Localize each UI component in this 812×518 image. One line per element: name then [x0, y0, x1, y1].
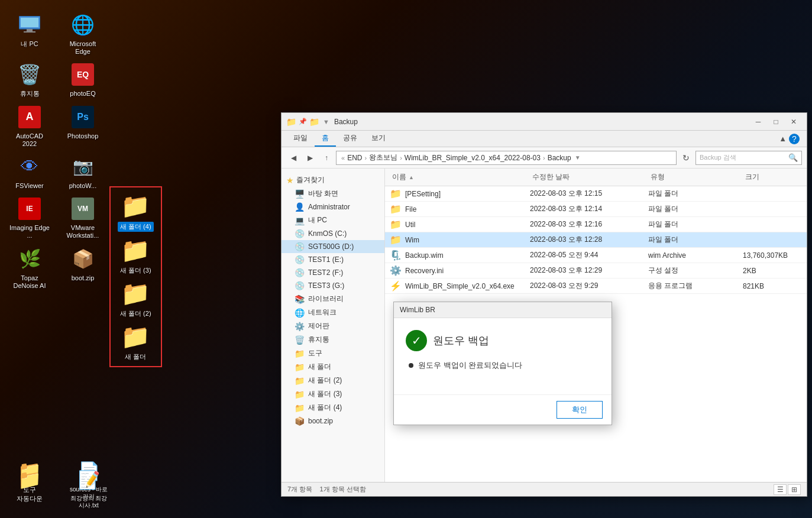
shield-check-icon: ✓: [406, 330, 427, 351]
desktop-icon-photow[interactable]: 📷 photoW...: [62, 154, 103, 190]
address-path[interactable]: « END › 왕초보님 › WimLib_BR_Simple_v2.0_x64…: [336, 151, 677, 165]
tab-home[interactable]: 홈: [315, 131, 336, 147]
nav-item-new3[interactable]: 📁 새 폴더 (3): [282, 387, 384, 401]
folder-item-2[interactable]: 📁 새 폴더 (2): [120, 280, 151, 318]
search-icon: 🔍: [788, 153, 798, 162]
col-date[interactable]: 수정한 날짜: [530, 171, 648, 183]
drive-c-icon: 💿: [295, 229, 305, 238]
nav-item-network[interactable]: 🌐 네트워크: [282, 306, 384, 319]
desktop-icon-autocad[interactable]: A AutoCAD 2022: [9, 104, 50, 148]
pin-icon: 📌: [299, 118, 307, 125]
desktop-icon-photoshop[interactable]: Ps Photoshop: [62, 104, 103, 148]
nav-item-f[interactable]: 💿 TEST2 (F:): [282, 266, 384, 279]
desktop-icon-fsviewer[interactable]: 👁 FSViewer: [9, 154, 50, 190]
file-row-wimlib-exe[interactable]: ⚡ WimLib_BR_Simple_v2.0_x64.exe 2022-08-…: [385, 279, 807, 294]
nav-item-g[interactable]: 💿 TEST3 (G:): [282, 279, 384, 292]
desktop-icon-boot-zip[interactable]: 📦 boot.zip: [62, 246, 103, 290]
svg-rect-3: [24, 31, 35, 33]
nav-item-c[interactable]: 💿 KnmOS (C:): [282, 227, 384, 240]
desktop-icon-imaging[interactable]: IE Imaging Edge ...: [9, 196, 50, 239]
nav-item-e[interactable]: 💿 TEST1 (E:): [282, 253, 384, 266]
folder-item-new[interactable]: 📁 새 폴더: [121, 323, 150, 361]
nav-item-new4[interactable]: 📁 새 폴더 (4): [282, 401, 384, 415]
folder-icon: 📁: [390, 219, 402, 230]
search-box[interactable]: Backup 검색 🔍: [695, 151, 802, 165]
folder-item-3[interactable]: 📁 새 폴더 (3): [120, 237, 151, 275]
forward-button[interactable]: ▶: [303, 151, 317, 165]
wimlib-dialog: WimLib BR ✓ 원도우 백업 원도우 백업이 완료되었습니다 확인: [393, 302, 612, 425]
boot-zip-nav-icon: 📦: [295, 416, 305, 426]
nav-favorites[interactable]: ★ 즐겨찾기: [282, 173, 384, 187]
col-type[interactable]: 유형: [648, 171, 743, 183]
file-row-pesetting[interactable]: 📁 [PESetting] 2022-08-03 오후 12:15 파일 폴더: [385, 186, 807, 202]
nav-item-new2[interactable]: 📁 새 폴더 (2): [282, 374, 384, 387]
folder-icon: 📁: [390, 234, 402, 245]
desktop-icon-choi-txt[interactable]: 📝 최강영의 최강시사.txt: [68, 467, 109, 509]
desktop-icon-topaz[interactable]: 🌿 Topaz DeNoise AI: [9, 246, 50, 290]
tab-file[interactable]: 파일: [286, 131, 315, 147]
back-button[interactable]: ◀: [286, 151, 300, 165]
nav-item-tool[interactable]: 📁 도구: [282, 347, 384, 360]
drive-g-icon: 💿: [295, 281, 305, 290]
file-row-recovery-ini[interactable]: ⚙️ Recovery.ini 2022-08-03 오후 12:29 구성 설…: [385, 263, 807, 279]
nav-item-recycle[interactable]: 🗑️ 휴지통: [282, 333, 384, 347]
maximize-button[interactable]: □: [768, 115, 784, 128]
svg-rect-2: [27, 29, 33, 31]
confirm-button[interactable]: 확인: [557, 401, 603, 419]
col-name[interactable]: 이름 ▲: [390, 171, 530, 183]
desktop-icon-mypc[interactable]: 내 PC: [9, 12, 50, 56]
folder-icon: 📁: [390, 188, 402, 199]
admin-nav-icon: 👤: [295, 202, 305, 212]
library-nav-icon: 📚: [295, 294, 305, 304]
desktop-icon-photoeq[interactable]: EQ photoEQ: [62, 61, 103, 98]
nav-item-admin[interactable]: 👤 Administrator: [282, 200, 384, 213]
new-folder-2-nav-icon: 📁: [295, 376, 305, 386]
desktop-icon-jadongun[interactable]: 📁 자동다운: [9, 467, 50, 509]
dialog-body: ✓ 원도우 백업 원도우 백업이 완료되었습니다: [394, 318, 612, 394]
dialog-heading: ✓ 원도우 백업: [406, 330, 600, 351]
refresh-button[interactable]: ↻: [679, 151, 693, 165]
drive-e-icon: 💿: [295, 255, 305, 264]
nav-item-d[interactable]: 💿 SGT500G (D:): [282, 240, 384, 253]
new-folder-3-nav-icon: 📁: [295, 390, 305, 399]
folder-icon: 📁: [121, 237, 150, 264]
address-bar: ◀ ▶ ↑ « END › 왕초보님 › WimLib_BR_Simple_v2…: [282, 147, 807, 169]
svg-rect-1: [21, 18, 38, 27]
minimize-button[interactable]: ─: [750, 115, 766, 128]
nav-item-desktop[interactable]: 🖥️ 바탕 화면: [282, 187, 384, 200]
new-folder-nav-icon: 📁: [295, 362, 305, 372]
ribbon-expand-icon[interactable]: ▲: [779, 134, 787, 143]
file-row-file[interactable]: 📁 File 2022-08-03 오후 12:14 파일 폴더: [385, 202, 807, 217]
col-size[interactable]: 크기: [743, 171, 802, 183]
nav-item-mypc[interactable]: 💻 내 PC: [282, 213, 384, 227]
nav-item-boot-zip[interactable]: 📦 boot.zip: [282, 415, 384, 428]
desktop-icon-recycle[interactable]: 🗑️ 휴지통: [9, 61, 50, 98]
nav-item-new1[interactable]: 📁 새 폴더: [282, 360, 384, 374]
grid-view-button[interactable]: ⊞: [788, 484, 801, 495]
status-bar: 7개 항목 1개 항목 선택함 ☰ ⊞: [282, 482, 807, 496]
folder-item-4[interactable]: 📁 새 폴더 (4): [118, 192, 154, 232]
list-view-button[interactable]: ☰: [774, 484, 787, 495]
close-button[interactable]: ✕: [785, 115, 802, 128]
folder-label: 새 폴더 (2): [120, 309, 151, 318]
nav-item-library[interactable]: 📚 라이브러리: [282, 292, 384, 306]
recycle-nav-icon: 🗑️: [295, 335, 305, 345]
help-icon[interactable]: ?: [789, 134, 800, 144]
nav-item-control[interactable]: ⚙️ 제어판: [282, 319, 384, 333]
folder-label: 새 폴더 (3): [120, 266, 151, 275]
desktop-nav-icon: 🖥️: [295, 189, 305, 199]
desktop-icon-edge[interactable]: 🌐 Microsoft Edge: [62, 12, 103, 56]
tab-share[interactable]: 공유: [336, 131, 364, 147]
view-toggle: ☰ ⊞: [774, 484, 801, 495]
dialog-message: 원도우 백업이 완료되었습니다: [406, 360, 600, 371]
desktop-icon-vmware[interactable]: VM VMware Workstati...: [62, 196, 103, 239]
wim-file-icon: 🗜️: [390, 250, 402, 261]
up-button[interactable]: ↑: [319, 151, 334, 165]
file-row-wim[interactable]: 📁 Wim 2022-08-03 오후 12:28 파일 폴더: [385, 232, 807, 248]
file-row-util[interactable]: 📁 Util 2022-08-03 오후 12:16 파일 폴더: [385, 217, 807, 232]
tab-view[interactable]: 보기: [364, 131, 393, 147]
file-row-backup-wim[interactable]: 🗜️ Backup.wim 2022-08-05 오전 9:44 wim Arc…: [385, 248, 807, 263]
dialog-title-bar: WimLib BR: [394, 302, 612, 318]
star-icon: ★: [286, 176, 294, 185]
title-bar-icons: 📁 📌 📁 ▼: [286, 117, 329, 127]
